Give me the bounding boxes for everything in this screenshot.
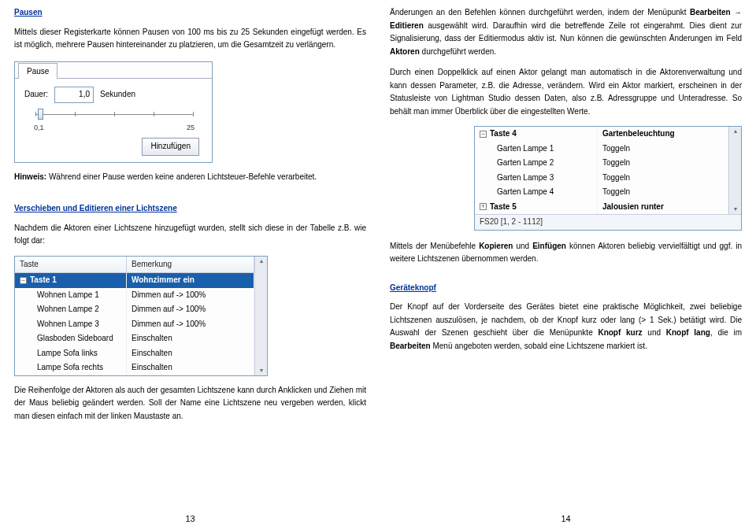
text-kopieren: Mittels der Menübefehle Kopieren und Ein… — [390, 240, 742, 266]
table-row[interactable]: Wohnen Lampe 3Dimmen auf -> 100% — [15, 317, 254, 332]
page-number-right: 14 — [390, 512, 742, 526]
table-row[interactable]: −Taste 1 Wohnzimmer ein — [15, 273, 254, 288]
col-taste[interactable]: Taste — [15, 257, 127, 273]
screenshot-aktoren-table: −Taste 4 Gartenbeleuchtung Garten Lampe … — [474, 126, 742, 231]
slider-max: 25 — [187, 122, 195, 134]
table-row[interactable]: Garten Lampe 2Toggeln — [475, 156, 728, 171]
scroll-up-icon[interactable]: ▴ — [260, 257, 263, 266]
expand-icon[interactable]: + — [480, 203, 487, 210]
col-bemerkung[interactable]: Bemerkung — [127, 257, 254, 273]
table-row[interactable]: Wohnen Lampe 2Dimmen auf -> 100% — [15, 302, 254, 317]
scroll-up-icon[interactable]: ▴ — [734, 127, 737, 136]
screenshot-pause-panel: Pause Dauer: 1,0 Sekunden 0,1 — [14, 61, 213, 163]
screenshot-lichtszene-table: Taste Bemerkung −Taste 1 Wohnzimmer ein … — [14, 256, 268, 376]
scroll-down-icon[interactable]: ▾ — [734, 205, 737, 214]
table-row[interactable]: +Taste 5 Jalousien runter — [475, 200, 728, 215]
label-dauer-unit: Sekunden — [100, 88, 135, 102]
table-row[interactable]: Lampe Sofa linksEinschalten — [15, 346, 254, 361]
tab-pause[interactable]: Pause — [18, 63, 57, 79]
table-row[interactable]: Lampe Sofa rechtsEinschalten — [15, 360, 254, 375]
text-pausen-intro: Mittels dieser Registerkarte können Paus… — [14, 26, 366, 52]
page-number-left: 13 — [14, 512, 366, 526]
status-bar: FS20 [1, 2 - 1112] — [475, 214, 741, 230]
text-verschieben-intro: Nachdem die Aktoren einer Lichtszene hin… — [14, 222, 366, 248]
text-hinweis: Hinweis: Während einer Pause werden kein… — [14, 171, 366, 184]
scrollbar[interactable]: ▴ ▾ — [728, 127, 741, 214]
text-reihenfolge: Die Reihenfolge der Aktoren als auch der… — [14, 384, 366, 423]
scroll-down-icon[interactable]: ▾ — [260, 366, 263, 375]
table-row[interactable]: Garten Lampe 3Toggeln — [475, 171, 728, 186]
input-dauer[interactable]: 1,0 — [54, 87, 94, 103]
label-hinweis: Hinweis: — [14, 172, 46, 181]
text-doppelklick: Durch einen Doppelklick auf einen Aktor … — [390, 66, 742, 118]
table-row[interactable]: Garten Lampe 4Toggeln — [475, 185, 728, 200]
slider-dauer[interactable] — [35, 108, 193, 120]
heading-pausen: Pausen — [14, 6, 366, 20]
slider-min: 0,1 — [34, 122, 44, 134]
label-dauer: Dauer: — [24, 88, 48, 102]
table-row[interactable]: −Taste 4 Gartenbeleuchtung — [475, 127, 728, 142]
text-editieren: Änderungen an den Befehlen können durchg… — [390, 6, 742, 58]
table-row[interactable]: Garten Lampe 1Toggeln — [475, 142, 728, 157]
scrollbar[interactable]: ▴ ▾ — [254, 257, 267, 375]
heading-geraeteknopf: Geräteknopf — [390, 282, 742, 295]
table-row[interactable]: Glasboden SideboardEinschalten — [15, 331, 254, 346]
heading-verschieben: Verschieben und Editieren einer Lichtsze… — [14, 202, 366, 216]
button-hinzufuegen[interactable]: Hinzufügen — [142, 138, 199, 156]
text-geraeteknopf: Der Knopf auf der Vorderseite des Geräte… — [390, 301, 742, 353]
collapse-icon[interactable]: − — [20, 277, 27, 284]
collapse-icon[interactable]: − — [480, 131, 487, 138]
table-row[interactable]: Wohnen Lampe 1Dimmen auf -> 100% — [15, 288, 254, 303]
